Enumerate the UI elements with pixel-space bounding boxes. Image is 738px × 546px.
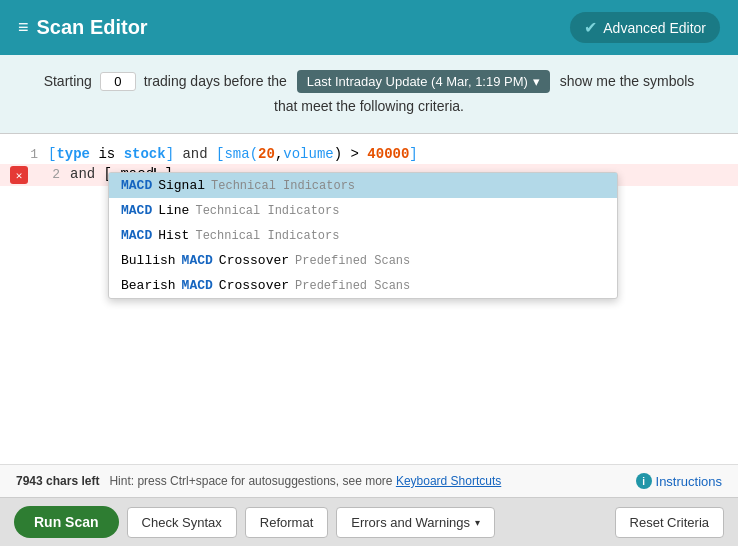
chevron-down-icon: ▾: [475, 517, 480, 528]
intraday-update-dropdown[interactable]: Last Intraday Update (4 Mar, 1:19 PM) ▾: [297, 70, 550, 93]
line-content-1: [type is stock] and [sma(20,volume) > 40…: [48, 146, 728, 162]
header: ≡ Scan Editor ✔ Advanced Editor: [0, 0, 738, 55]
autocomplete-item-2[interactable]: MACD Hist Technical Indicators: [109, 223, 617, 248]
instructions-button[interactable]: i Instructions: [636, 473, 722, 489]
ac-pre-3: Bullish: [121, 253, 176, 268]
kw-and-2: and: [70, 166, 95, 182]
ac-rest-4: Crossover: [219, 278, 289, 293]
line-num-1: 1: [10, 146, 38, 162]
bottom-toolbar: Run Scan Check Syntax Reformat Errors an…: [0, 497, 738, 546]
ac-cat-3: Predefined Scans: [295, 254, 410, 268]
ac-bold-0: MACD: [121, 178, 152, 193]
advanced-editor-button[interactable]: ✔ Advanced Editor: [570, 12, 720, 43]
errors-warnings-label: Errors and Warnings: [351, 515, 470, 530]
kw-num-40000: 40000: [367, 146, 409, 162]
status-bar: 7943 chars left Hint: press Ctrl+space f…: [0, 464, 738, 497]
criteria-text3: show me the symbols: [560, 73, 695, 89]
starting-days-input[interactable]: [100, 72, 136, 91]
code-line-1: 1 [type is stock] and [sma(20,volume) > …: [0, 144, 738, 164]
kw-sma: sma(: [224, 146, 258, 162]
criteria-text4: that meet the following criteria.: [274, 98, 464, 114]
criteria-text2: trading days before the: [144, 73, 287, 89]
header-title: ≡ Scan Editor: [18, 16, 148, 39]
autocomplete-item-3[interactable]: Bullish MACD Crossover Predefined Scans: [109, 248, 617, 273]
kw-and-1: and: [174, 146, 216, 162]
ac-pre-4: Bearish: [121, 278, 176, 293]
hint-text: Hint: press Ctrl+space for autosuggestio…: [109, 474, 631, 488]
bracket-close-2: ]: [409, 146, 417, 162]
ac-cat-1: Technical Indicators: [195, 204, 339, 218]
ac-cat-4: Predefined Scans: [295, 279, 410, 293]
hint-static: Hint: press Ctrl+space for autosuggestio…: [109, 474, 392, 488]
paren-close-1: ): [334, 146, 342, 162]
line-num-2: 2: [32, 166, 60, 182]
ac-cat-0: Technical Indicators: [211, 179, 355, 193]
intraday-update-label: Last Intraday Update (4 Mar, 1:19 PM): [307, 74, 528, 89]
autocomplete-item-0[interactable]: MACD Signal Technical Indicators: [109, 173, 617, 198]
kw-gt: >: [342, 146, 367, 162]
kw-num-20: 20: [258, 146, 275, 162]
ac-rest-3: Crossover: [219, 253, 289, 268]
check-circle-icon: ✔: [584, 18, 597, 37]
advanced-editor-label: Advanced Editor: [603, 20, 706, 36]
kw-volume: volume: [283, 146, 333, 162]
editor-area[interactable]: 1 [type is stock] and [sma(20,volume) > …: [0, 134, 738, 464]
autocomplete-dropdown[interactable]: MACD Signal Technical Indicators MACD Li…: [108, 172, 618, 299]
criteria-bar: Starting trading days before the Last In…: [0, 55, 738, 134]
menu-icon[interactable]: ≡: [18, 17, 29, 38]
kw-stock: stock: [124, 146, 166, 162]
header-title-text: Scan Editor: [37, 16, 148, 39]
ac-rest-2: Hist: [158, 228, 189, 243]
app-container: ≡ Scan Editor ✔ Advanced Editor Starting…: [0, 0, 738, 546]
run-scan-button[interactable]: Run Scan: [14, 506, 119, 538]
instructions-label: Instructions: [656, 474, 722, 489]
info-icon: i: [636, 473, 652, 489]
errors-warnings-button[interactable]: Errors and Warnings ▾: [336, 507, 495, 538]
ac-bold-1: MACD: [121, 203, 152, 218]
reformat-button[interactable]: Reformat: [245, 507, 328, 538]
ac-bold-4: MACD: [182, 278, 213, 293]
autocomplete-item-4[interactable]: Bearish MACD Crossover Predefined Scans: [109, 273, 617, 298]
kw-is: is: [90, 146, 124, 162]
chevron-down-icon: ▾: [533, 74, 540, 89]
chars-left: 7943 chars left: [16, 474, 99, 488]
bracket-close-1: ]: [166, 146, 174, 162]
reset-criteria-button[interactable]: Reset Criteria: [615, 507, 724, 538]
ac-cat-2: Technical Indicators: [195, 229, 339, 243]
ac-rest-0: Signal: [158, 178, 205, 193]
ac-rest-1: Line: [158, 203, 189, 218]
error-icon: ✕: [10, 166, 28, 184]
check-syntax-button[interactable]: Check Syntax: [127, 507, 237, 538]
ac-bold-2: MACD: [121, 228, 152, 243]
ac-bold-3: MACD: [182, 253, 213, 268]
keyboard-shortcuts-link[interactable]: Keyboard Shortcuts: [396, 474, 501, 488]
autocomplete-item-1[interactable]: MACD Line Technical Indicators: [109, 198, 617, 223]
criteria-text1: Starting: [44, 73, 92, 89]
kw-type: type: [56, 146, 90, 162]
